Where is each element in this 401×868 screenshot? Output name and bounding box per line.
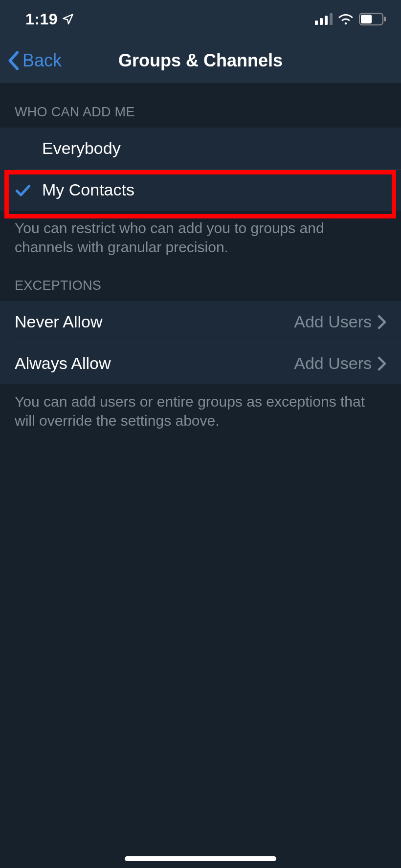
nav-bar: Back Groups & Channels bbox=[0, 38, 401, 83]
back-label: Back bbox=[22, 50, 62, 71]
svg-rect-3 bbox=[330, 13, 333, 25]
option-my-contacts[interactable]: My Contacts bbox=[0, 169, 401, 211]
section-header-exceptions: EXCEPTIONS bbox=[0, 278, 401, 301]
page-title: Groups & Channels bbox=[118, 50, 283, 71]
status-icons bbox=[315, 13, 386, 25]
content: WHO CAN ADD ME Everybody My Contacts You… bbox=[0, 105, 401, 430]
option-everybody-label: Everybody bbox=[42, 139, 386, 158]
section-footer-who: You can restrict who can add you to grou… bbox=[0, 211, 401, 257]
always-allow-row[interactable]: Always Allow Add Users bbox=[0, 343, 401, 384]
option-everybody[interactable]: Everybody bbox=[0, 128, 401, 169]
always-allow-value: Add Users bbox=[294, 354, 372, 373]
status-bar: 1:19 bbox=[0, 0, 401, 38]
check-icon bbox=[15, 183, 42, 197]
chevron-right-icon bbox=[378, 356, 386, 371]
never-allow-value: Add Users bbox=[294, 312, 372, 331]
location-arrow-icon bbox=[62, 13, 74, 25]
section-exceptions: EXCEPTIONS Never Allow Add Users Always … bbox=[0, 278, 401, 430]
section-who-can-add: WHO CAN ADD ME Everybody My Contacts You… bbox=[0, 105, 401, 257]
svg-rect-1 bbox=[320, 18, 323, 25]
exceptions-rows: Never Allow Add Users Always Allow Add U… bbox=[0, 301, 401, 384]
never-allow-row[interactable]: Never Allow Add Users bbox=[0, 301, 401, 343]
svg-rect-0 bbox=[315, 21, 318, 25]
section-footer-exceptions: You can add users or entire groups as ex… bbox=[0, 384, 401, 430]
chevron-right-icon bbox=[378, 315, 386, 329]
svg-rect-5 bbox=[384, 17, 386, 22]
who-can-add-rows: Everybody My Contacts bbox=[0, 128, 401, 211]
always-allow-label: Always Allow bbox=[15, 354, 294, 373]
option-my-contacts-label: My Contacts bbox=[42, 180, 386, 199]
back-button[interactable]: Back bbox=[7, 50, 62, 71]
chevron-left-icon bbox=[7, 51, 20, 70]
section-header-who: WHO CAN ADD ME bbox=[0, 105, 401, 128]
cell-signal-icon bbox=[315, 13, 333, 25]
svg-rect-6 bbox=[361, 15, 372, 23]
never-allow-label: Never Allow bbox=[15, 312, 294, 331]
home-indicator[interactable] bbox=[125, 856, 276, 861]
status-time-text: 1:19 bbox=[25, 10, 58, 28]
status-time: 1:19 bbox=[25, 10, 74, 28]
wifi-icon bbox=[337, 13, 354, 25]
battery-icon bbox=[359, 13, 386, 25]
svg-rect-2 bbox=[325, 16, 328, 25]
